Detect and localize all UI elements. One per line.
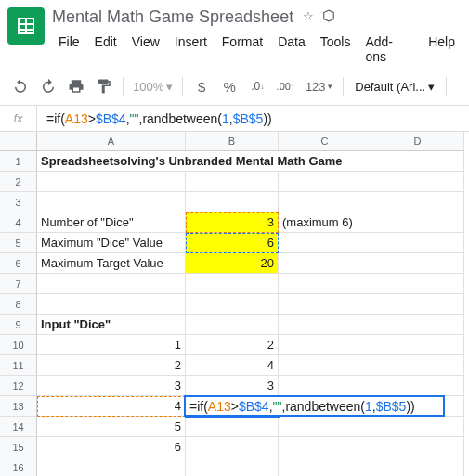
move-icon[interactable]	[321, 9, 336, 25]
cell[interactable]	[279, 192, 371, 212]
menu-tools[interactable]: Tools	[314, 31, 358, 68]
cell[interactable]: 6	[186, 233, 279, 253]
cell[interactable]: Maximum "Dice" Value	[37, 233, 186, 253]
row-header[interactable]: 9	[0, 315, 37, 335]
cell[interactable]: (maximum 6)	[279, 212, 371, 233]
cell[interactable]	[371, 151, 464, 172]
cell[interactable]	[371, 294, 464, 315]
cell[interactable]	[371, 233, 464, 253]
cell[interactable]	[186, 274, 279, 294]
cell[interactable]	[279, 315, 371, 335]
row-header[interactable]: 4	[0, 212, 37, 233]
cell[interactable]	[186, 417, 279, 437]
cell[interactable]	[279, 376, 371, 396]
cell[interactable]	[371, 192, 464, 212]
cell[interactable]	[186, 457, 279, 476]
cell[interactable]	[37, 294, 186, 315]
col-header-d[interactable]: D	[371, 132, 464, 151]
cell[interactable]	[37, 172, 186, 192]
decrease-decimal-icon[interactable]: .0↓	[244, 73, 270, 99]
cell[interactable]: 3	[37, 376, 186, 396]
more-formats-icon[interactable]: 123▾	[300, 73, 337, 99]
menu-help[interactable]: Help	[422, 31, 462, 68]
cell[interactable]: 5	[37, 417, 186, 437]
cell[interactable]: Maximum Target Value	[37, 253, 186, 274]
cell[interactable]	[279, 253, 371, 274]
cell[interactable]	[371, 212, 464, 233]
currency-icon[interactable]: $	[189, 73, 215, 99]
cell[interactable]	[279, 457, 371, 476]
cell[interactable]	[279, 335, 371, 355]
col-header-b[interactable]: B	[186, 132, 279, 151]
cell[interactable]	[186, 437, 279, 457]
menu-addons[interactable]: Add-ons	[358, 31, 420, 68]
cell[interactable]	[279, 172, 371, 192]
cell[interactable]	[371, 315, 464, 335]
cell[interactable]: Input "Dice"	[37, 315, 186, 335]
menu-edit[interactable]: Edit	[88, 31, 124, 68]
cell[interactable]	[186, 192, 279, 212]
cell[interactable]: 4	[37, 396, 186, 417]
row-header[interactable]: 2	[0, 172, 37, 192]
row-header[interactable]: 8	[0, 294, 37, 315]
cell[interactable]: 4	[186, 355, 279, 376]
row-header[interactable]: 16	[0, 457, 37, 476]
col-header-a[interactable]: A	[37, 132, 186, 151]
cell[interactable]: 2	[37, 355, 186, 376]
cell[interactable]: 3	[186, 212, 279, 233]
row-header[interactable]: 14	[0, 417, 37, 437]
row-header[interactable]: 10	[0, 335, 37, 355]
cell[interactable]: 3	[186, 376, 279, 396]
row-header[interactable]: 6	[0, 253, 37, 274]
cell[interactable]	[371, 437, 464, 457]
star-icon[interactable]: ☆	[303, 9, 314, 25]
paint-format-icon[interactable]	[91, 73, 117, 99]
menu-insert[interactable]: Insert	[168, 31, 214, 68]
cell[interactable]	[37, 192, 186, 212]
print-icon[interactable]	[63, 73, 89, 99]
menu-view[interactable]: View	[125, 31, 166, 68]
cell[interactable]	[37, 457, 186, 476]
cell[interactable]	[371, 457, 464, 476]
cell[interactable]	[371, 355, 464, 376]
font-select[interactable]: Default (Ari... ▾	[349, 80, 440, 94]
cell[interactable]	[279, 417, 371, 437]
menu-format[interactable]: Format	[215, 31, 269, 68]
cell[interactable]	[279, 294, 371, 315]
row-header[interactable]: 7	[0, 274, 37, 294]
row-header[interactable]: 1	[0, 151, 37, 172]
row-header[interactable]: 15	[0, 437, 37, 457]
cell[interactable]	[279, 355, 371, 376]
cell[interactable]: 20	[186, 253, 279, 274]
select-all-corner[interactable]	[0, 132, 37, 151]
formula-input[interactable]: =if(A13>$B$4,"",randbetween(1,$B$5))	[37, 111, 469, 126]
row-header[interactable]: 3	[0, 192, 37, 212]
undo-icon[interactable]	[7, 73, 33, 99]
doc-title[interactable]: Mental Math Game Spreadsheet	[52, 7, 293, 27]
cell[interactable]	[371, 253, 464, 274]
cell[interactable]	[279, 274, 371, 294]
cell[interactable]: 2	[186, 335, 279, 355]
cell[interactable]	[186, 172, 279, 192]
cell[interactable]	[186, 294, 279, 315]
col-header-c[interactable]: C	[279, 132, 371, 151]
row-header[interactable]: 5	[0, 233, 37, 253]
cell[interactable]	[186, 315, 279, 335]
cell[interactable]	[371, 274, 464, 294]
cell[interactable]	[371, 335, 464, 355]
percent-icon[interactable]: %	[216, 73, 242, 99]
increase-decimal-icon[interactable]: .00↑	[272, 73, 298, 99]
cell[interactable]	[279, 437, 371, 457]
cell[interactable]: 1	[37, 335, 186, 355]
sheets-logo[interactable]	[7, 7, 45, 45]
cell[interactable]	[37, 274, 186, 294]
cell[interactable]	[371, 376, 464, 396]
row-header[interactable]: 13	[0, 396, 37, 417]
cell-selected[interactable]: =if(A13>$B$4,"",randbetween(1,$B$5))	[186, 396, 279, 417]
redo-icon[interactable]	[35, 73, 61, 99]
row-header[interactable]: 12	[0, 376, 37, 396]
cell[interactable]: Number of "Dice"	[37, 212, 186, 233]
row-header[interactable]: 11	[0, 355, 37, 376]
cell[interactable]: Spreadsheetsolving's Unbranded Mental Ma…	[37, 151, 371, 172]
cell[interactable]	[371, 417, 464, 437]
